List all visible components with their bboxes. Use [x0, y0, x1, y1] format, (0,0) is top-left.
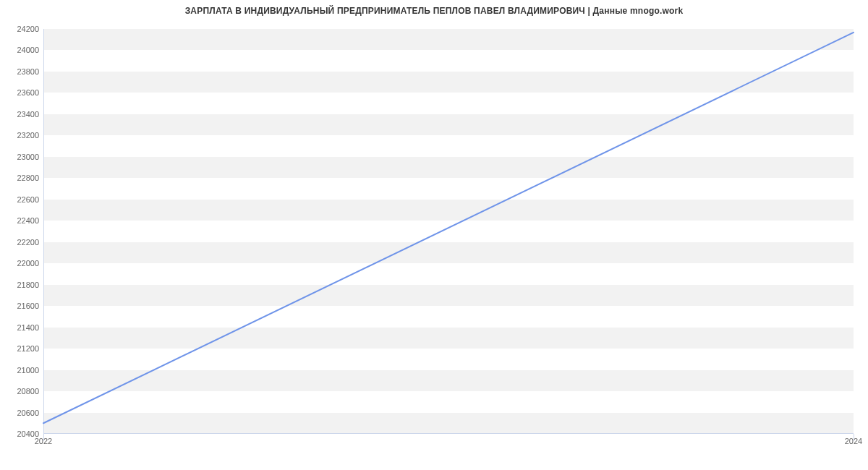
series-line — [43, 33, 854, 423]
chart-container: ЗАРПЛАТА В ИНДИВИДУАЛЬНЫЙ ПРЕДПРИНИМАТЕЛ… — [0, 0, 868, 470]
y-tick-label: 21200 — [3, 344, 39, 353]
chart-title: ЗАРПЛАТА В ИНДИВИДУАЛЬНЫЙ ПРЕДПРИНИМАТЕЛ… — [0, 6, 868, 16]
y-tick-label: 24000 — [3, 46, 39, 54]
y-tick-label: 22000 — [3, 259, 39, 268]
y-tick-label: 21600 — [3, 302, 39, 310]
y-tick-label: 23400 — [3, 110, 39, 119]
plot-area — [43, 29, 854, 434]
y-tick-label: 23800 — [3, 67, 39, 76]
y-tick-label: 24200 — [3, 25, 39, 33]
y-tick-label: 20600 — [3, 409, 39, 417]
y-tick-label: 23600 — [3, 88, 39, 97]
line-layer — [43, 29, 854, 434]
y-tick-label: 21800 — [3, 281, 39, 289]
y-tick-label: 22800 — [3, 174, 39, 182]
y-tick-label: 22400 — [3, 216, 39, 225]
y-tick-label: 21000 — [3, 366, 39, 375]
y-tick-label: 23000 — [3, 153, 39, 161]
y-tick-label: 20800 — [3, 387, 39, 396]
y-tick-label: 23200 — [3, 131, 39, 140]
x-tick-label: 2022 — [22, 437, 65, 445]
y-tick-label: 21400 — [3, 323, 39, 332]
y-tick-label: 22200 — [3, 238, 39, 247]
y-tick-label: 22600 — [3, 195, 39, 204]
x-tick-label: 2024 — [832, 437, 868, 445]
